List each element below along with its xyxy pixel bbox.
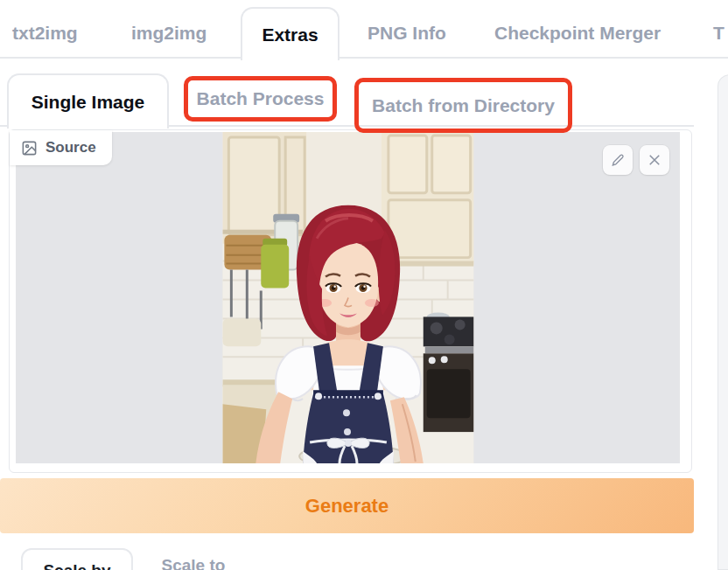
pencil-icon: [610, 152, 626, 168]
tab-single-image-label: Single Image: [32, 92, 145, 113]
image-picture-icon: [21, 140, 38, 156]
scale-tab-bar: Scale by Scale to: [21, 548, 728, 570]
generate-button[interactable]: Generate: [0, 478, 694, 533]
edit-image-button[interactable]: [603, 145, 633, 175]
source-label-text: Source: [46, 139, 96, 156]
extras-sub-tab-bar: Single Image Batch Process Batch from Di…: [0, 59, 728, 127]
source-image-photo: [222, 132, 473, 463]
tab-txt2img[interactable]: txt2img: [12, 23, 78, 44]
tab-single-image[interactable]: Single Image: [7, 73, 169, 129]
tab-scale-to[interactable]: Scale to: [161, 556, 225, 570]
tab-batch-from-directory[interactable]: Batch from Directory: [372, 95, 555, 116]
annotation-box-batch-from-directory: Batch from Directory: [354, 78, 572, 133]
clear-image-button[interactable]: [640, 145, 669, 175]
source-label: Source: [10, 130, 112, 165]
extras-page: txt2img img2img Extras PNG Info Checkpoi…: [0, 0, 728, 570]
tab-train-clipped[interactable]: T: [713, 23, 724, 44]
tab-scale-by-label: Scale by: [43, 561, 110, 570]
tab-img2img[interactable]: img2img: [131, 23, 206, 44]
x-icon: [647, 152, 662, 168]
main-tab-bar: txt2img img2img Extras PNG Info Checkpoi…: [0, 0, 728, 59]
tab-batch-process[interactable]: Batch Process: [197, 88, 325, 109]
tab-scale-by[interactable]: Scale by: [21, 548, 133, 570]
tab-checkpoint-merger[interactable]: Checkpoint Merger: [494, 23, 661, 44]
right-panel-edge: [718, 74, 728, 570]
image-dropzone[interactable]: [16, 132, 680, 463]
tab-extras-label: Extras: [262, 24, 318, 45]
tab-extras[interactable]: Extras: [241, 7, 340, 60]
source-image-panel: Source: [9, 129, 692, 473]
kitchen-girl-illustration: [222, 132, 473, 463]
tab-png-info[interactable]: PNG Info: [368, 23, 446, 44]
annotation-box-batch-process: Batch Process: [184, 76, 337, 122]
